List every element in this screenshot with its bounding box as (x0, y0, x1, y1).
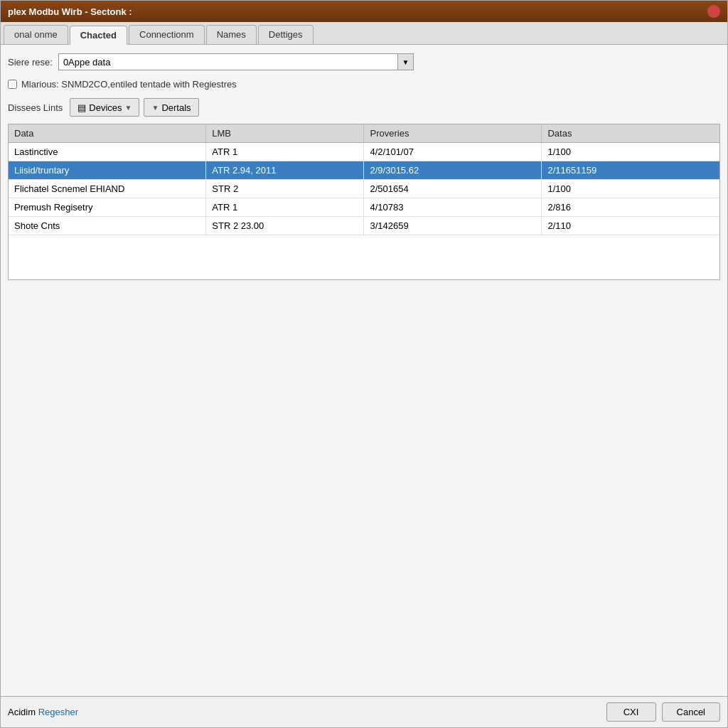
title-bar-buttons (707, 5, 720, 18)
table-row[interactable]: Lastinctive ATR 1 4/2/101/07 1/100 (9, 143, 719, 161)
filter-label: Dissees Lints (8, 102, 63, 113)
checkbox-row: Mlarious: SNMD2CO,entiled tentade with R… (8, 77, 720, 91)
spacer (8, 287, 720, 687)
cell-datas: 2/11651159 (542, 161, 719, 180)
cell-data: Lastinctive (9, 143, 206, 161)
cell-lmb: ATR 1 (206, 143, 364, 161)
filter-row: Dissees Lints ▤ Devices ▼ ▼ Dertals (8, 98, 720, 117)
close-button[interactable] (707, 5, 720, 18)
cell-lmb: STR 2 23.00 (206, 217, 364, 235)
cell-data: Flichatel Scnemel EHIAND (9, 180, 206, 198)
cell-datas: 2/816 (542, 198, 719, 217)
data-table-container: Data LMB Proveries Datas Lastinctive ATR… (8, 124, 720, 280)
mlarious-checkbox[interactable] (8, 80, 17, 89)
cell-data: Liisid/truntary (9, 161, 206, 180)
table-header: Data LMB Proveries Datas (9, 124, 719, 143)
col-header-datas: Datas (542, 124, 719, 143)
col-header-lmb: LMB (206, 124, 364, 143)
col-header-data: Data (9, 124, 206, 143)
table-row[interactable]: Liisid/truntary ATR 2.94, 2011 2/9/3015.… (9, 161, 719, 180)
status-link[interactable]: Regesher (38, 707, 78, 717)
status-label: Acidim (8, 707, 36, 717)
table-body: Lastinctive ATR 1 4/2/101/07 1/100 Liisi… (9, 143, 719, 235)
table-row[interactable]: Premush Regisetry ATR 1 4/10783 2/816 (9, 198, 719, 217)
status-area: Acidim Regesher (8, 707, 78, 717)
content-area: Siere rese: ▼ Mlarious: SNMD2CO,entiled … (1, 45, 727, 696)
cell-datas: 1/100 (542, 143, 719, 161)
title-bar: plex Modbu Wirb - Sectonk : (1, 1, 727, 22)
cell-lmb: ATR 2.94, 2011 (206, 161, 364, 180)
table-row[interactable]: Flichatel Scnemel EHIAND STR 2 2/501654 … (9, 180, 719, 198)
cell-proveries: 2/501654 (364, 180, 542, 198)
col-header-proveries: Proveries (364, 124, 542, 143)
devices-button[interactable]: ▤ Devices ▼ (70, 98, 139, 117)
data-table: Data LMB Proveries Datas Lastinctive ATR… (9, 124, 719, 235)
cell-datas: 1/100 (542, 180, 719, 198)
tab-onal-onme[interactable]: onal onme (4, 25, 68, 44)
action-buttons: CXI Cancel (606, 702, 720, 722)
cell-datas: 2/110 (542, 217, 719, 235)
field-label: Siere rese: (8, 57, 53, 68)
cancel-button[interactable]: Cancel (662, 702, 720, 722)
cell-data: Premush Regisetry (9, 198, 206, 217)
dropdown-wrapper: ▼ (58, 53, 414, 70)
cell-data: Shote Cnts (9, 217, 206, 235)
cell-lmb: ATR 1 (206, 198, 364, 217)
title-text: plex Modbu Wirb - Sectonk : (8, 6, 132, 17)
cell-proveries: 3/142659 (364, 217, 542, 235)
tab-chacted[interactable]: Chacted (70, 26, 127, 45)
devices-label: Devices (89, 102, 122, 113)
tab-names[interactable]: Names (206, 25, 257, 44)
table-row[interactable]: Shote Cnts STR 2 23.00 3/142659 2/110 (9, 217, 719, 235)
tab-bar: onal onme Chacted Connectionm Names Dett… (1, 22, 727, 45)
devices-arrow-icon: ▼ (125, 104, 132, 112)
dialog-window: plex Modbu Wirb - Sectonk : onal onme Ch… (0, 0, 728, 728)
cell-proveries: 2/9/3015.62 (364, 161, 542, 180)
dropdown-input[interactable] (58, 53, 398, 70)
checkbox-label: Mlarious: SNMD2CO,entiled tentade with R… (21, 79, 237, 90)
tab-connectionm[interactable]: Connectionm (129, 25, 205, 44)
tab-dettiges[interactable]: Dettiges (258, 25, 314, 44)
dertals-button[interactable]: ▼ Dertals (144, 98, 198, 117)
cell-proveries: 4/10783 (364, 198, 542, 217)
ok-button[interactable]: CXI (606, 702, 656, 722)
field-row: Siere rese: ▼ (8, 53, 720, 70)
dropdown-arrow-icon[interactable]: ▼ (398, 53, 414, 70)
cell-lmb: STR 2 (206, 180, 364, 198)
cell-proveries: 4/2/101/07 (364, 143, 542, 161)
bottom-bar: Acidim Regesher CXI Cancel (1, 696, 727, 727)
filter-icon: ▤ (77, 102, 86, 113)
dertals-arrow-icon: ▼ (151, 104, 159, 112)
dertals-label: Dertals (161, 102, 191, 113)
